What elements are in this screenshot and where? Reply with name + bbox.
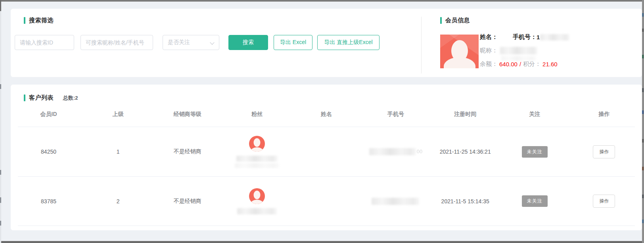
phone-redacted (372, 198, 419, 205)
column-header-register-time: 注册时间 (431, 111, 500, 118)
search-filter-section-title: 搜索筛选 (24, 17, 54, 24)
customer-list-title-label: 客户列表 (29, 94, 54, 102)
search-filter-title-label: 搜索筛选 (29, 17, 54, 24)
member-name-phone-line: 姓名： 手机号： 1 (480, 33, 569, 41)
keyword-search-input[interactable] (80, 35, 153, 50)
column-header-action: 操作 (569, 111, 639, 118)
export-upline-excel-button[interactable]: 导出 直推上级Excel (317, 35, 380, 50)
green-title-bar (440, 17, 442, 24)
member-phone-redacted (540, 34, 569, 40)
row-action-button[interactable]: 操作 (593, 145, 615, 158)
member-nickname-label: 昵称： (480, 47, 498, 54)
follow-status-badge: 未关注 (522, 146, 548, 158)
member-balance-line: 余额： 640.00 / 积分： 21.60 (480, 60, 558, 68)
fan-nickname-redacted (236, 156, 278, 162)
member-avatar (440, 35, 479, 68)
follow-status-select-placeholder: 是否关注 (168, 39, 190, 46)
table-header-row: 会员ID 上级 经销商等级 粉丝 姓名 手机号 注册时间 关注 操作 (14, 107, 639, 122)
avatar-body-shape (251, 200, 263, 204)
table-row: 84250 1 不是经销商 00 2021-11-25 14:36:21 未关注… (14, 127, 639, 176)
follow-status-select[interactable]: 是否关注 (163, 35, 219, 50)
member-points-label: 积分： (523, 60, 541, 68)
customer-total-count: 总数:2 (63, 94, 78, 102)
green-title-bar (24, 94, 25, 101)
vertical-divider (421, 17, 422, 73)
fan-nickname-redacted (237, 208, 277, 214)
fan-nickname-redacted-2 (235, 163, 279, 168)
cell-phone (361, 197, 431, 204)
member-balance-value: 640.00 (499, 61, 518, 68)
column-header-follow: 关注 (500, 111, 569, 118)
export-excel-button[interactable]: 导出 Excel (274, 35, 312, 50)
member-nickname-redacted (500, 47, 537, 54)
column-header-name: 姓名 (291, 111, 361, 118)
phone-redacted (369, 148, 416, 155)
column-header-dealer-level: 经销商等级 (153, 111, 222, 118)
window-frame-top (0, 0, 644, 2)
window-frame-left (0, 0, 1, 243)
window-frame-right (642, 0, 644, 243)
cell-member-id: 84250 (14, 148, 83, 155)
window-frame-bottom (0, 241, 644, 243)
fan-avatar (249, 136, 265, 152)
balance-points-separator: / (519, 61, 521, 68)
search-id-input[interactable] (15, 35, 74, 50)
avatar-head-shape (253, 138, 260, 147)
follow-status-badge: 未关注 (522, 195, 548, 207)
cell-register-time: 2021-11-5 15:14:35 (431, 198, 500, 204)
cell-fan (222, 188, 291, 214)
cell-dealer-level: 不是经销商 (153, 198, 222, 205)
search-button[interactable]: 搜索 (228, 35, 268, 50)
column-header-upline: 上级 (83, 111, 153, 118)
member-info-section-title: 会员信息 (440, 17, 470, 24)
chevron-down-icon (211, 41, 214, 44)
cell-dealer-level: 不是经销商 (153, 148, 222, 155)
avatar-body-shape (251, 147, 263, 152)
admin-page: 搜索筛选 是否关注 搜索 导出 Excel 导出 直推上级Excel 会员信息 … (0, 0, 644, 243)
member-phone-prefix: 1 (537, 34, 540, 40)
fan-avatar (249, 188, 265, 204)
cell-upline: 1 (83, 148, 153, 155)
search-and-member-card: 搜索筛选 是否关注 搜索 导出 Excel 导出 直推上级Excel 会员信息 … (11, 9, 642, 77)
customer-list-card: 客户列表 总数:2 会员ID 上级 经销商等级 粉丝 姓名 手机号 注册时间 关… (11, 85, 642, 230)
member-nickname-line: 昵称： (480, 47, 537, 54)
table-divider (18, 226, 635, 226)
cell-member-id: 83785 (14, 198, 83, 204)
member-balance-label: 余额： (480, 60, 498, 68)
cell-follow: 未关注 (500, 195, 569, 207)
member-phone-label: 手机号： (513, 33, 537, 41)
cell-phone: 00 (361, 148, 431, 155)
green-title-bar (24, 17, 25, 24)
column-header-member-id: 会员ID (14, 111, 83, 118)
phone-visible-suffix: 00 (417, 148, 422, 154)
customer-list-section-title: 客户列表 总数:2 (24, 94, 78, 102)
row-action-button[interactable]: 操作 (593, 195, 615, 208)
cell-action: 操作 (569, 195, 639, 208)
cell-fan (222, 136, 291, 168)
cell-register-time: 2021-11-25 14:36:21 (431, 148, 500, 155)
cell-follow: 未关注 (500, 146, 569, 158)
cell-action: 操作 (569, 145, 639, 158)
member-name-label: 姓名： (480, 33, 498, 41)
column-header-fans: 粉丝 (222, 111, 291, 118)
column-header-phone: 手机号 (361, 111, 431, 118)
member-info-title-label: 会员信息 (445, 17, 470, 24)
cell-upline: 2 (83, 198, 153, 204)
table-row: 83785 2 不是经销商 2021-11-5 15:14:35 未关注 操作 (14, 177, 639, 226)
avatar-head-shape (253, 191, 260, 199)
member-points-value: 21.60 (542, 61, 558, 68)
